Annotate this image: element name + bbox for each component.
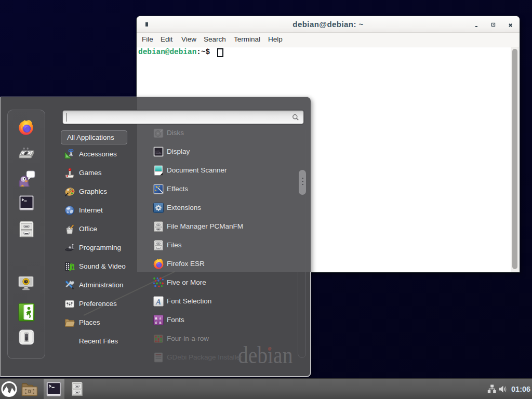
svg-text:a: a	[155, 320, 157, 325]
svg-text:A: A	[155, 298, 161, 306]
svg-text:a: a	[159, 320, 162, 325]
